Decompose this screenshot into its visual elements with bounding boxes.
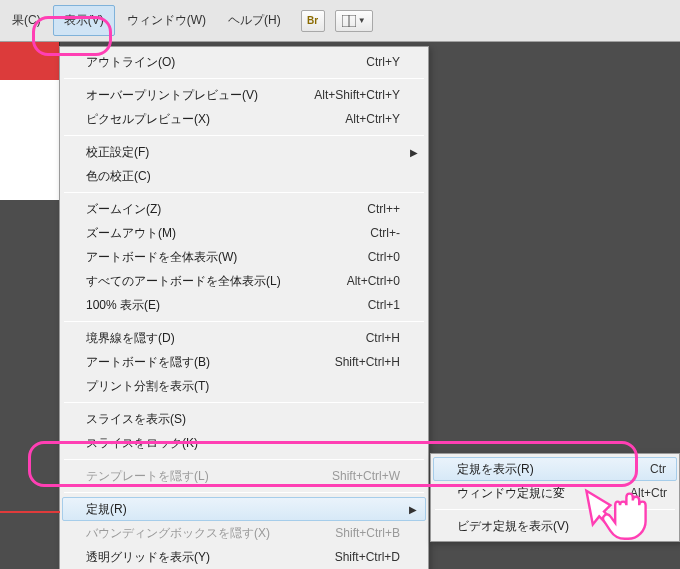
menu-item[interactable]: すべてのアートボードを全体表示(L)Alt+Ctrl+0 [62, 269, 426, 293]
menu-item-label: ピクセルプレビュー(X) [86, 111, 345, 128]
menu-item-label: バウンディングボックスを隠す(X) [86, 525, 335, 542]
menu-item-shortcut: Shift+Ctrl+B [335, 526, 400, 540]
menu-view[interactable]: 表示(V) [53, 5, 115, 36]
submenu-item-label: ウィンドウ定規に変 [457, 485, 630, 502]
menu-item[interactable]: 100% 表示(E)Ctrl+1 [62, 293, 426, 317]
submenu-item-label: 定規を表示(R) [457, 461, 650, 478]
menu-item-label: 定規(R) [86, 501, 400, 518]
menu-item-shortcut: Alt+Ctrl+Y [345, 112, 400, 126]
menu-item-shortcut: Ctrl+0 [368, 250, 400, 264]
menu-item[interactable]: スライスを表示(S) [62, 407, 426, 431]
menu-item[interactable]: 定規(R)▶ [62, 497, 426, 521]
menu-separator [64, 78, 424, 79]
submenu-item-label: ビデオ定規を表示(V) [457, 518, 667, 535]
document-edge [0, 42, 60, 569]
menu-separator [64, 492, 424, 493]
menu-item-shortcut: Ctrl+- [370, 226, 400, 240]
menu-item[interactable]: ピクセルプレビュー(X)Alt+Ctrl+Y [62, 107, 426, 131]
submenu-arrow-icon: ▶ [409, 504, 417, 515]
menubar: 果(C) 表示(V) ウィンドウ(W) ヘルプ(H) Br ▼ [0, 0, 680, 42]
menu-item[interactable]: プリント分割を表示(T) [62, 374, 426, 398]
menu-item-label: アートボードを全体表示(W) [86, 249, 368, 266]
submenu-item[interactable]: ウィンドウ定規に変Alt+Ctr [433, 481, 677, 505]
menu-item-shortcut: Ctrl++ [367, 202, 400, 216]
submenu-item[interactable]: ビデオ定規を表示(V) [433, 514, 677, 538]
menu-separator [64, 321, 424, 322]
submenu-arrow-icon: ▶ [410, 147, 418, 158]
submenu-item-shortcut: Alt+Ctr [630, 486, 667, 500]
menu-item: テンプレートを隠す(L)Shift+Ctrl+W [62, 464, 426, 488]
menu-item-label: スライスを表示(S) [86, 411, 400, 428]
view-menu-dropdown: アウトライン(O)Ctrl+Yオーバープリントプレビュー(V)Alt+Shift… [59, 46, 429, 569]
menu-item-label: オーバープリントプレビュー(V) [86, 87, 314, 104]
ruler-mark [0, 511, 60, 513]
menu-item-label: テンプレートを隠す(L) [86, 468, 332, 485]
menu-item[interactable]: ズームイン(Z)Ctrl++ [62, 197, 426, 221]
tab-strip [0, 42, 59, 80]
menu-item-label: 境界線を隠す(D) [86, 330, 366, 347]
menu-separator [64, 135, 424, 136]
menu-item-shortcut: Shift+Ctrl+W [332, 469, 400, 483]
menu-window[interactable]: ウィンドウ(W) [117, 6, 216, 35]
menu-item-label: すべてのアートボードを全体表示(L) [86, 273, 347, 290]
menu-help[interactable]: ヘルプ(H) [218, 6, 291, 35]
menu-item[interactable]: オーバープリントプレビュー(V)Alt+Shift+Ctrl+Y [62, 83, 426, 107]
menu-item-label: プリント分割を表示(T) [86, 378, 400, 395]
menu-separator [64, 192, 424, 193]
menu-item-shortcut: Ctrl+1 [368, 298, 400, 312]
bridge-button[interactable]: Br [301, 10, 325, 32]
menu-item-label: 色の校正(C) [86, 168, 400, 185]
menu-separator [435, 509, 675, 510]
layout-icon [342, 15, 356, 27]
menu-item-shortcut: Shift+Ctrl+H [335, 355, 400, 369]
menu-item[interactable]: 境界線を隠す(D)Ctrl+H [62, 326, 426, 350]
menu-item-label: アウトライン(O) [86, 54, 366, 71]
arrange-documents-button[interactable]: ▼ [335, 10, 373, 32]
menu-item-shortcut: Ctrl+H [366, 331, 400, 345]
menu-item[interactable]: スライスをロック(K) [62, 431, 426, 455]
menu-item-shortcut: Ctrl+Y [366, 55, 400, 69]
menu-item[interactable]: アウトライン(O)Ctrl+Y [62, 50, 426, 74]
menu-item[interactable]: アートボードを隠す(B)Shift+Ctrl+H [62, 350, 426, 374]
menu-item[interactable]: アートボードを全体表示(W)Ctrl+0 [62, 245, 426, 269]
menu-item-label: 透明グリッドを表示(Y) [86, 549, 335, 566]
menu-item-shortcut: Shift+Ctrl+D [335, 550, 400, 564]
menu-item-shortcut: Alt+Ctrl+0 [347, 274, 400, 288]
artboard-edge [0, 80, 59, 200]
menu-item-label: 校正設定(F) [86, 144, 400, 161]
menu-item-shortcut: Alt+Shift+Ctrl+Y [314, 88, 400, 102]
menu-item-label: 100% 表示(E) [86, 297, 368, 314]
menu-item-label: アートボードを隠す(B) [86, 354, 335, 371]
menu-item[interactable]: ズームアウト(M)Ctrl+- [62, 221, 426, 245]
menu-separator [64, 459, 424, 460]
menu-item: バウンディングボックスを隠す(X)Shift+Ctrl+B [62, 521, 426, 545]
submenu-item-shortcut: Ctr [650, 462, 666, 476]
menu-effect[interactable]: 果(C) [2, 6, 51, 35]
submenu-item[interactable]: 定規を表示(R)Ctr [433, 457, 677, 481]
menu-item[interactable]: 色の校正(C) [62, 164, 426, 188]
chevron-down-icon: ▼ [358, 16, 366, 25]
menu-item[interactable]: 校正設定(F)▶ [62, 140, 426, 164]
menu-item-label: ズームイン(Z) [86, 201, 367, 218]
menu-item-label: スライスをロック(K) [86, 435, 400, 452]
menu-separator [64, 402, 424, 403]
ruler-submenu: 定規を表示(R)Ctrウィンドウ定規に変Alt+Ctrビデオ定規を表示(V) [430, 453, 680, 542]
menu-item-label: ズームアウト(M) [86, 225, 370, 242]
menu-item[interactable]: 透明グリッドを表示(Y)Shift+Ctrl+D [62, 545, 426, 569]
